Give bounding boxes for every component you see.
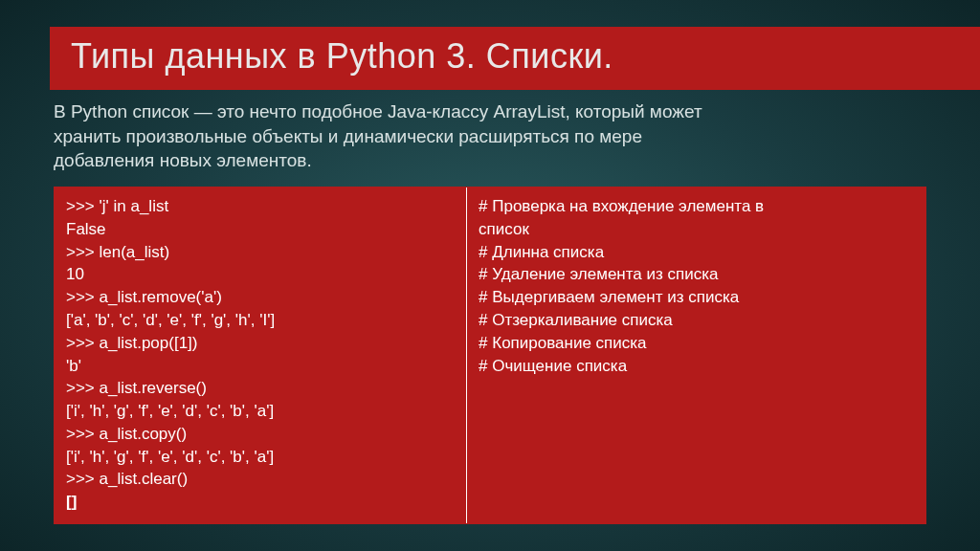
code-line: False (66, 218, 455, 241)
code-column-left: >>> 'j' in a_list False >>> len(a_list) … (55, 187, 467, 523)
comment-line: # Удаление элемента из списка (479, 263, 914, 286)
code-line: >>> a_list.reverse() (66, 377, 455, 400)
title-bar: Типы данных в Python 3. Списки. (50, 27, 980, 90)
comment-line: # Выдергиваем элемент из списка (479, 286, 914, 309)
code-line: ['i', 'h', 'g', 'f', 'e', 'd', 'c', 'b',… (66, 400, 455, 423)
code-line: >>> len(a_list) (66, 241, 455, 264)
slide-title: Типы данных в Python 3. Списки. (71, 36, 959, 77)
code-line: >>> 'j' in a_list (66, 195, 455, 218)
code-line-result: [] (66, 491, 455, 514)
comment-line: # Проверка на вхождение элемента в (479, 195, 914, 218)
code-table: >>> 'j' in a_list False >>> len(a_list) … (54, 187, 926, 524)
code-line: 'b' (66, 355, 455, 378)
comment-line: # Копирование списка (479, 332, 914, 355)
code-column-right: # Проверка на вхождение элемента в списо… (467, 187, 925, 523)
comment-line: # Очищение списка (479, 355, 914, 378)
code-line: >>> a_list.pop([1]) (66, 332, 455, 355)
code-line: >>> a_list.clear() (66, 468, 455, 491)
comment-line: # Отзеркаливание списка (479, 309, 914, 332)
code-line: >>> a_list.remove('a') (66, 286, 455, 309)
code-line: >>> a_list.copy() (66, 423, 455, 446)
code-line: ['a', 'b', 'c', 'd', 'e', 'f', 'g', 'h',… (66, 309, 455, 332)
comment-line: список (479, 218, 914, 241)
code-line: ['i', 'h', 'g', 'f', 'e', 'd', 'c', 'b',… (66, 446, 455, 469)
code-line: 10 (66, 263, 455, 286)
slide-subtitle: В Python список — это нечто подобное Jav… (54, 99, 743, 173)
comment-line: # Длинна списка (479, 241, 914, 264)
